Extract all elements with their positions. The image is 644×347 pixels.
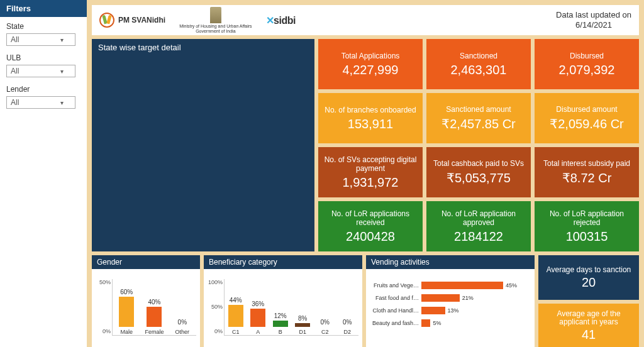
beneficiary-chart-title: Beneficiary category	[204, 255, 362, 269]
sidbi-text: sidbi	[274, 15, 296, 26]
chevron-down-icon: ▾	[60, 99, 64, 106]
kpi-sanctioned-amount: Sanctioned amount₹2,457.85 Cr	[426, 93, 531, 143]
filter-state-label: State	[6, 22, 80, 31]
data-updated: Data last updated on 6/14/2021	[556, 10, 631, 30]
ministry-logo: Ministry of Housing and Urban AffairsGov…	[179, 7, 252, 34]
kpi-branches: No. of branches onboarded153,911	[318, 93, 423, 143]
kpi-sv-digital: No. of SVs accepting digital payment1,93…	[318, 147, 423, 197]
sidbi-x-icon: ✕	[266, 15, 274, 26]
bar: 44%C1	[228, 297, 243, 335]
bar: 40%Female	[147, 299, 162, 335]
ministry-label: Ministry of Housing and Urban AffairsGov…	[179, 24, 252, 34]
kpi-lor-approved: No. of LoR application approved2184122	[426, 201, 531, 251]
kpi-cashback: Total cashback paid to SVs₹5,053,775	[426, 147, 531, 197]
bar: 60%Male	[119, 289, 134, 335]
vending-chart-title: Vending activities	[366, 255, 535, 269]
hbar-row: Beauty and fash…5%	[370, 319, 531, 327]
state-panel-title: State wise target detail	[98, 43, 308, 52]
bar: 0%Other	[175, 319, 190, 335]
kpi-avg-age: Average age of the applicant in years 41	[538, 304, 639, 347]
filter-lender-select[interactable]: All ▾	[6, 96, 75, 109]
kpi-lor-received: No. of LoR applications received2400428	[318, 201, 423, 251]
bar: 12%B	[273, 312, 288, 335]
beneficiary-chart: Beneficiary category 100%50%0%44%C136%A1…	[204, 255, 362, 347]
filter-lender-label: Lender	[6, 85, 80, 94]
filter-state-value: All	[11, 35, 19, 44]
sidbi-logo: ✕sidbi	[266, 14, 296, 26]
pm-svanidhi-logo: PM SVANidhi	[99, 13, 165, 28]
kpi-total-applications: Total Applications4,227,999	[318, 39, 423, 89]
filter-lender-value: All	[11, 98, 19, 107]
hbar-row: Fast food and f…21%	[370, 294, 531, 302]
kpi-interest: Total interest subsidy paid₹8.72 Cr	[535, 147, 639, 197]
state-wise-panel: State wise target detail	[92, 39, 314, 251]
hbar-row: Cloth and Handl…13%	[370, 307, 531, 314]
filter-state-select[interactable]: All ▾	[6, 33, 75, 46]
filter-sidebar: Filters State All ▾ ULB All ▾ Lender All…	[0, 0, 87, 347]
filter-ulb-select[interactable]: All ▾	[6, 65, 75, 77]
kpi-grid: Total Applications4,227,999 Sanctioned2,…	[318, 39, 639, 251]
data-updated-date: 6/14/2021	[556, 20, 631, 30]
kpi-avg-days: Average days to sanction 20	[538, 255, 639, 300]
chevron-down-icon: ▾	[60, 36, 64, 43]
vending-chart: Vending activities Fruits and Vege…45%Fa…	[366, 255, 535, 347]
chevron-down-icon: ▾	[60, 68, 64, 75]
kpi-disbursed-amount: Disbursed amount₹2,059.46 Cr	[535, 93, 639, 143]
emblem-icon	[210, 7, 221, 23]
kpi-lor-rejected: No. of LoR application rejected100315	[535, 201, 639, 251]
pm-svanidhi-label: PM SVANidhi	[118, 16, 165, 25]
filter-ulb: ULB All ▾	[0, 48, 87, 80]
filter-lender: Lender All ▾	[0, 80, 87, 111]
header-bar: PM SVANidhi Ministry of Housing and Urba…	[92, 5, 639, 35]
gender-chart-title: Gender	[92, 255, 200, 269]
filter-state: State All ▾	[0, 17, 87, 48]
data-updated-label: Data last updated on	[556, 10, 631, 20]
kpi-sanctioned: Sanctioned2,463,301	[426, 39, 531, 89]
bar: 8%D1	[295, 315, 310, 335]
gender-chart: Gender 50%0%60%Male40%Female0%Other	[92, 255, 200, 347]
bar: 0%C2	[318, 319, 333, 335]
hbar-row: Fruits and Vege…45%	[370, 282, 531, 289]
kpi-disbursed: Disbursed2,079,392	[535, 39, 639, 89]
filter-ulb-value: All	[11, 67, 19, 75]
filter-ulb-label: ULB	[6, 53, 80, 62]
pm-svanidhi-icon	[99, 13, 114, 28]
bar: 0%D2	[340, 319, 355, 335]
filters-title: Filters	[0, 0, 87, 17]
bar: 36%A	[250, 300, 265, 335]
